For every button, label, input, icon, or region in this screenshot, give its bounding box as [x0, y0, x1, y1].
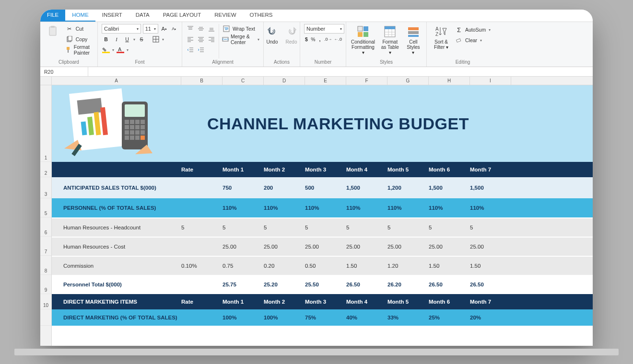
- row-header-7[interactable]: 7: [40, 237, 51, 256]
- cell[interactable]: Rate: [181, 299, 223, 305]
- cell-label[interactable]: Human Resources - Headcount: [52, 225, 181, 230]
- align-left-icon[interactable]: [186, 35, 195, 44]
- cell[interactable]: 25.00: [429, 244, 470, 250]
- cell[interactable]: 0.50: [305, 263, 346, 269]
- align-top-icon[interactable]: [186, 24, 195, 33]
- number-format-select[interactable]: Number▾: [304, 24, 344, 34]
- align-right-icon[interactable]: [207, 35, 216, 44]
- cell[interactable]: 25.75: [223, 282, 264, 287]
- row-header-11[interactable]: [40, 309, 51, 326]
- cell[interactable]: 110%: [346, 205, 387, 211]
- clear-button[interactable]: Clear▾: [455, 35, 491, 45]
- cell[interactable]: 750: [223, 185, 264, 191]
- cell[interactable]: 25.00: [387, 244, 429, 250]
- cell[interactable]: 0.10%: [181, 263, 223, 269]
- increase-decimal-icon[interactable]: .0→: [324, 35, 332, 44]
- cell-label[interactable]: ANTICIPATED SALES TOTAL $(000): [52, 185, 181, 191]
- cell[interactable]: 1.20: [387, 263, 429, 269]
- align-middle-icon[interactable]: [197, 24, 205, 33]
- cell[interactable]: 1,200: [387, 185, 429, 191]
- format-painter-button[interactable]: Format Painter: [65, 45, 94, 55]
- cut-button[interactable]: ✂Cut: [65, 24, 94, 34]
- fill-dropdown-icon[interactable]: ▾: [112, 48, 114, 52]
- cell-label[interactable]: Personnel Total $(000): [52, 282, 181, 287]
- format-as-table-button[interactable]: Format as Table ▾: [379, 24, 401, 58]
- cell[interactable]: 5: [305, 225, 346, 230]
- cell[interactable]: 1,500: [346, 185, 387, 191]
- cell[interactable]: 25.00: [223, 244, 264, 250]
- wrap-text-button[interactable]: Wrap Text: [222, 24, 259, 34]
- cell[interactable]: 40%: [346, 315, 387, 320]
- cell[interactable]: 110%: [387, 205, 429, 211]
- fontcolor-dropdown-icon[interactable]: ▾: [127, 48, 129, 52]
- cell[interactable]: 26.50: [429, 282, 470, 287]
- font-size-select[interactable]: 11▾: [143, 24, 158, 34]
- col-header-c[interactable]: C: [223, 77, 264, 85]
- cell[interactable]: Month 1: [223, 299, 264, 305]
- row-header-9[interactable]: 9: [40, 275, 51, 294]
- formula-input[interactable]: [88, 67, 593, 76]
- undo-button[interactable]: Undo: [264, 24, 281, 58]
- cell[interactable]: 1,500: [429, 185, 470, 191]
- increase-indent-icon[interactable]: [197, 46, 205, 54]
- align-center-icon[interactable]: [197, 35, 205, 44]
- merge-center-button[interactable]: Merge & Center▾: [222, 34, 259, 44]
- cell-styles-button[interactable]: Cell Styles ▾: [404, 24, 422, 58]
- cell[interactable]: 5: [470, 225, 511, 230]
- cell[interactable]: 0.75: [223, 263, 264, 269]
- border-button[interactable]: [152, 35, 160, 44]
- increase-font-icon[interactable]: A▴: [160, 24, 168, 33]
- cell-label[interactable]: Human Resources - Cost: [52, 244, 181, 250]
- col-header-h[interactable]: H: [429, 77, 470, 85]
- col-header-i[interactable]: I: [470, 77, 511, 85]
- align-bottom-icon[interactable]: [207, 24, 216, 33]
- percent-icon[interactable]: %: [311, 35, 316, 44]
- cell[interactable]: 500: [305, 185, 346, 191]
- col-header-e[interactable]: E: [305, 77, 346, 85]
- font-color-button[interactable]: A: [116, 46, 125, 54]
- underline-button[interactable]: U: [123, 35, 131, 44]
- bold-button[interactable]: B: [102, 35, 110, 44]
- tab-data[interactable]: DATA: [129, 10, 156, 22]
- cell[interactable]: 25.00: [346, 244, 387, 250]
- cell[interactable]: 1.50: [346, 263, 387, 269]
- decrease-decimal-icon[interactable]: ←.0: [334, 35, 342, 44]
- paste-button[interactable]: [44, 24, 62, 58]
- cell[interactable]: 110%: [223, 205, 264, 211]
- col-header-b[interactable]: B: [181, 77, 223, 85]
- cell[interactable]: Month 3: [305, 299, 346, 305]
- name-box[interactable]: R20: [40, 67, 88, 76]
- decrease-font-icon[interactable]: A▾: [170, 24, 178, 33]
- cell[interactable]: 5: [346, 225, 387, 230]
- cell[interactable]: Month 5: [387, 299, 429, 305]
- cell[interactable]: 25.20: [264, 282, 305, 287]
- tab-others[interactable]: OTHERS: [243, 10, 280, 22]
- cell[interactable]: 1.50: [429, 263, 470, 269]
- cell[interactable]: 26.20: [387, 282, 429, 287]
- row-header-2[interactable]: 2: [40, 162, 51, 177]
- cell[interactable]: 25.00: [470, 244, 511, 250]
- comma-icon[interactable]: ,: [317, 35, 322, 44]
- strike-button[interactable]: S: [137, 35, 146, 44]
- underline-dropdown-icon[interactable]: ▾: [133, 37, 135, 42]
- decrease-indent-icon[interactable]: [186, 46, 195, 54]
- row-header-1[interactable]: 1: [40, 85, 51, 162]
- row-header-3[interactable]: 3: [40, 177, 51, 198]
- cell[interactable]: 110%: [470, 205, 511, 211]
- fill-color-button[interactable]: [102, 46, 110, 54]
- cells[interactable]: CHANNEL MARKETING BUDGET Rate Month 1 Mo…: [52, 85, 593, 346]
- sort-filter-button[interactable]: AZ Sort & Filter ▾: [431, 24, 452, 58]
- cell-label[interactable]: DIRECT MARKETING ITEMS: [52, 299, 181, 305]
- row-header-5[interactable]: 5: [40, 198, 51, 217]
- cell[interactable]: 5: [223, 225, 264, 230]
- cell[interactable]: 25%: [429, 315, 470, 320]
- tab-pagelayout[interactable]: PAGE LAYOUT: [156, 10, 208, 22]
- col-header-f[interactable]: F: [346, 77, 387, 85]
- cell[interactable]: Month 6: [429, 299, 470, 305]
- cell[interactable]: 200: [264, 185, 305, 191]
- copy-button[interactable]: Copy: [65, 34, 94, 44]
- cell[interactable]: 110%: [305, 205, 346, 211]
- cell-label[interactable]: DIRECT MARKETING (% OF TOTAL SALES): [52, 315, 181, 320]
- cell[interactable]: 1.50: [470, 263, 511, 269]
- cell[interactable]: 5: [264, 225, 305, 230]
